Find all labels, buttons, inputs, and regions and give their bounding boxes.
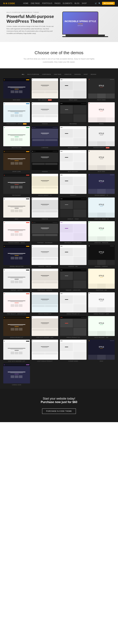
demo-label: FASHION [32,171,58,172]
demo-item[interactable]: STYLE BLOG GRID [88,150,115,172]
demo-item[interactable]: SINGLE PROJECT ST [60,292,87,314]
demo-item[interactable]: LIGHT SINGLE PRODUCT [32,340,58,362]
demo-thumbnail: STYLE [88,316,115,336]
demo-thumbnail [60,150,87,170]
filter-shop[interactable]: SHOP [82,73,89,76]
demo-item[interactable]: CORNER ADMIN [60,340,87,362]
filter-multipurpose[interactable]: MULTI-PURPOSE [26,73,41,76]
demo-label: HELO [3,218,30,220]
site-logo[interactable]: N·N CODE [3,2,15,4]
nav-pages[interactable]: PAGES [55,2,60,4]
demo-item[interactable]: GREAT DEMO [60,78,87,101]
demo-item[interactable]: STYLE PHOTO DEMO [88,78,115,101]
nav-blog[interactable]: BLOG [75,2,79,4]
demo-item[interactable]: LUMENARE [32,126,58,148]
demo-item[interactable]: BLOG MASONRY [60,150,87,172]
demo-item[interactable]: SINGLE PROJECT ET [3,316,30,338]
filter-design[interactable]: DESIGN [89,73,98,76]
demo-item[interactable]: STYLE CREATIVE - PARADISE [88,221,115,243]
demo-label: FASHION MARKET NEW [88,147,115,148]
demo-thumbnail [32,198,58,218]
demo-thumbnail [60,221,87,241]
cta-title: Start your website today! Purchase now j… [6,397,112,404]
demo-item[interactable]: PINK FACULTY - DESCRIPTION [3,292,30,314]
demo-item[interactable]: STYLE FASHION - COMPANY [88,245,115,267]
demo-item[interactable]: PRODUCT [60,174,87,196]
cart-icon[interactable]: 🛒 [95,2,97,4]
filter-fashion[interactable]: FASHION [73,73,82,76]
demo-thumbnail: STYLE [88,78,115,98]
laptop-screen-text: INCREDIBLE SPRING STYLE [64,20,96,23]
demo-item[interactable]: FASHION [32,102,58,124]
demo-item[interactable]: LOOK WITH DRAWER - GIRL [32,316,58,338]
demo-item[interactable]: DESIGN MARKET - Y2 [32,174,58,196]
nav-elements[interactable]: ELEMENTS [63,2,72,4]
nav-shop[interactable]: SHOP [82,2,87,4]
demo-label: FASHION - TIMELINE [32,266,58,267]
demo-item[interactable]: ARCHITECTURE [3,126,30,148]
demo-label: SINGLE PROJECT ET [3,337,30,338]
demo-thumbnail [60,174,87,194]
demo-item[interactable]: FASHION [32,150,58,172]
demo-item[interactable]: HELO [3,198,30,220]
demo-thumbnail [3,198,30,218]
demo-thumbnail [32,78,58,98]
demo-item[interactable]: PHOTOGRAPHY - OFFER HOT [3,102,30,124]
demo-item[interactable]: STYLE SINGLE PROJECT - LAST [88,292,115,314]
demo-item[interactable]: STYLE TRAVEL [88,102,115,124]
nav-home[interactable]: HOME [23,2,28,4]
choose-description: You will find what you need in one of ou… [20,57,98,64]
demo-label: TRAVEL [88,123,115,124]
demo-item[interactable]: FANTASY - NOTION [3,269,30,291]
demo-thumbnail [3,78,30,98]
demo-item[interactable]: PORTRAIT - TECHNIQUE [32,221,58,243]
filter-creative[interactable]: CREATIVE [63,73,73,76]
demo-item[interactable]: MAIN DEMO [3,78,30,101]
demo-label: SINGLE PROJECT ST [60,313,87,314]
demo-thumbnail [32,221,58,241]
demo-thumbnail [3,126,30,146]
demo-thumbnail [3,269,30,289]
buy-button[interactable]: BUY N-CODE [102,2,115,5]
demo-item[interactable]: CREATIVE [32,198,58,220]
demo-label: SINGLE PROJECT ET [32,313,58,314]
demo-item[interactable]: RESTAURANT [3,174,30,196]
demo-item[interactable]: STYLE DESIGN MARKET - Y3 [88,174,115,196]
nav-onepage[interactable]: ONE PAGE [31,2,40,4]
demo-item[interactable]: FASHION - GEL [60,245,87,267]
filter-all[interactable]: ALL [20,73,26,76]
demo-label: FASHION MARKET - MAGIC [3,242,30,243]
demo-item[interactable]: DESIGN MARKET [60,126,87,148]
demo-item[interactable]: STYLE CREATIVE - MONO - Y2 [88,198,115,220]
demo-item[interactable]: JEWELRY - TODAY [60,198,87,220]
cta-purchase-button[interactable]: PURCHASE N-CODE THEME [42,408,76,414]
demo-thumbnail: STYLE [88,221,115,241]
demo-item[interactable]: MINIMAL REFLECTION [3,245,30,267]
demo-thumbnail [32,316,58,336]
demo-item[interactable]: SHOP WITH MASONRY LIST [3,340,30,362]
demo-item[interactable]: FASHION MARKET - MAGIC [3,221,30,243]
demo-item[interactable]: STYLE BLOG MASONRY - KID [88,316,115,338]
demo-item[interactable]: SINGLE PRODUCT (2) [60,316,87,338]
demo-item[interactable]: COMING SOON [3,363,30,386]
demo-label: JEWELRY - TODAY [60,218,87,220]
demo-item[interactable]: ABSTRACT - FIXED MARKET [60,221,87,243]
hero-content: MULTI-PURPOSE WORDPRESS THEME Powerful M… [6,12,59,37]
demo-item[interactable]: STYLE SOLO [88,340,115,362]
demos-section: ALL MULTI-PURPOSE CORPORATE ONE PAGE CRE… [0,68,118,389]
demo-item[interactable]: SPORT CORE [3,150,30,172]
demo-item[interactable]: RECHARGE [60,102,87,124]
demo-item[interactable]: FASHION - TIMELINE [32,245,58,267]
filter-corporate[interactable]: CORPORATE [41,73,53,76]
search-icon[interactable]: 🔍 [99,2,101,4]
nav-portfolio[interactable]: PORTFOLIO [42,2,52,4]
demo-label: GREAT DEMO [60,99,87,100]
demo-item[interactable]: SINGLE PROJECT ET [32,292,58,314]
demo-item[interactable]: PORTFOLIO - CATALOG [32,269,58,291]
demo-item[interactable]: STYLE PORTFOLIO - KID [88,269,115,291]
demo-item[interactable]: STYLE FASHION MARKET NEW [88,126,115,148]
filter-onepage[interactable]: ONE PAGE [53,73,62,76]
demo-label: PHOTO DEMO [88,99,115,100]
demo-item[interactable]: ONE LANDING NEW [32,78,58,101]
demo-item[interactable]: FASHION - LANDSCAPE [60,269,87,291]
